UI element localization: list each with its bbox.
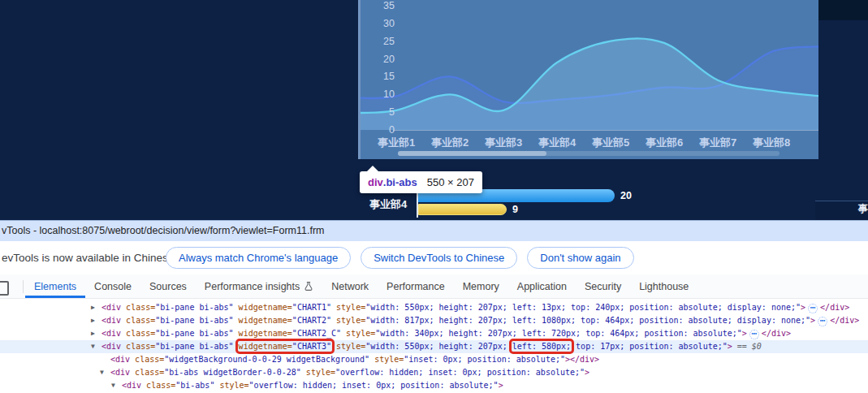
bar-blue-value: 20 bbox=[620, 189, 632, 202]
code-token: class bbox=[146, 381, 171, 390]
expand-arrow-collapsed[interactable]: ▶ bbox=[91, 314, 95, 327]
code-token: top: 17px; position: absolute;" bbox=[571, 342, 728, 351]
x-axis-label: 事业部2 bbox=[423, 136, 477, 150]
infobar-button-always-match-chrome-s-language[interactable]: Always match Chrome's language bbox=[166, 247, 351, 269]
code-token: "overflow: hidden; inset: 0px; position:… bbox=[249, 381, 499, 390]
code-token: widgetname bbox=[239, 303, 287, 312]
bar-yellow-value: 9 bbox=[512, 203, 518, 216]
tab-lighthouse[interactable]: Lighthouse bbox=[630, 274, 697, 298]
code-token: "bi-abs widgetBorder-0-0-28" bbox=[164, 368, 301, 377]
code-token: > bbox=[742, 329, 747, 338]
dom-node[interactable]: <div class="widgetBackground-0-0-29 widg… bbox=[0, 353, 868, 366]
code-token: widgetname bbox=[239, 342, 287, 351]
inline-expand-button[interactable]: ⋯ bbox=[749, 330, 759, 339]
dom-node-selected[interactable]: ▼<div class="bi-pane bi-abs" widgetname=… bbox=[0, 340, 868, 353]
code-token: "overflow: hidden; inset: 0px; position:… bbox=[335, 368, 585, 377]
tab-performance-insights[interactable]: Performance insights bbox=[196, 274, 322, 298]
code-token: class bbox=[126, 316, 150, 325]
devtools-toolbar: ElementsConsoleSourcesPerformance insigh… bbox=[0, 274, 868, 299]
code-token: "CHART2" bbox=[292, 316, 331, 325]
code-token: </div> bbox=[570, 355, 599, 364]
y-tick-label: 5 bbox=[362, 106, 395, 118]
dashboard-page: 35302520151050 事业部1事业部2事业部3事业部4事业部5事业部6事… bbox=[0, 0, 868, 220]
y-tick-label: 20 bbox=[362, 54, 395, 65]
chart-scrollbar-track[interactable] bbox=[398, 151, 779, 156]
code-token: left: 580px; bbox=[512, 342, 571, 351]
code-token: "width: 817px; height: 207px; left: 1080… bbox=[365, 316, 810, 325]
tab-performance[interactable]: Performance bbox=[378, 274, 454, 298]
dom-node[interactable]: ▶<div class="bi-pane bi-abs" widgetname=… bbox=[0, 314, 868, 327]
tab-sources[interactable]: Sources bbox=[140, 274, 196, 298]
tab-label: Performance bbox=[386, 281, 445, 292]
code-token: style bbox=[219, 381, 244, 390]
flask-icon bbox=[304, 281, 313, 292]
code-token: <div bbox=[110, 355, 135, 364]
devtools-title-text: vTools - localhost:8075/webroot/decision… bbox=[2, 225, 325, 236]
y-tick-label: 10 bbox=[362, 89, 395, 100]
code-token: "CHART1" bbox=[292, 303, 331, 312]
tab-application[interactable]: Application bbox=[508, 274, 576, 298]
tab-console[interactable]: Console bbox=[85, 274, 140, 298]
expand-arrow-open[interactable]: ▼ bbox=[111, 379, 115, 392]
infobar-button-don-t-show-again[interactable]: Don't show again bbox=[527, 247, 633, 269]
bar-yellow[interactable] bbox=[418, 204, 507, 215]
y-tick-label: 15 bbox=[362, 71, 395, 82]
screenshot-root: 35302520151050 事业部1事业部2事业部3事业部4事业部5事业部6事… bbox=[0, 0, 868, 393]
expand-arrow-open[interactable]: ▼ bbox=[100, 366, 104, 379]
tab-label: Sources bbox=[149, 281, 187, 292]
tab-label: Memory bbox=[463, 281, 499, 292]
y-tick-label: 30 bbox=[362, 18, 395, 29]
code-token: <div bbox=[122, 381, 146, 390]
code-token: class bbox=[126, 342, 150, 351]
devtools-title-bar: vTools - localhost:8075/webroot/decision… bbox=[0, 220, 868, 241]
dom-node[interactable]: ▼<div class="bi-abs widgetBorder-0-0-28"… bbox=[0, 366, 868, 379]
infobar-buttons: Always match Chrome's languageSwitch Dev… bbox=[166, 247, 634, 269]
line-chart-widget[interactable]: 35302520151050 事业部1事业部2事业部3事业部4事业部5事业部6事… bbox=[358, 0, 818, 159]
tab-network[interactable]: Network bbox=[322, 274, 378, 298]
inspect-dimensions-tooltip: div.bi-abs 550 × 207 bbox=[360, 171, 482, 193]
y-tick-label: 25 bbox=[362, 36, 395, 47]
code-token: </div> bbox=[820, 303, 849, 312]
code-token: "bi-pane bi-abs" bbox=[155, 342, 233, 351]
code-token: widgetname bbox=[239, 329, 287, 338]
inline-expand-button[interactable]: ⋯ bbox=[818, 317, 827, 326]
code-token: "bi-abs" bbox=[175, 381, 214, 390]
toggle-device-toolbar-icon[interactable] bbox=[0, 281, 9, 296]
x-axis-label: 事业部6 bbox=[637, 136, 691, 150]
code-token: > bbox=[585, 368, 589, 377]
code-token: "width: 550px; height: 207px; bbox=[365, 342, 512, 351]
tab-label: Security bbox=[585, 281, 621, 292]
code-token: "widgetBackground-0-0-29 widgetBackgroun… bbox=[164, 355, 369, 364]
code-token: </div> bbox=[830, 316, 859, 325]
tab-elements[interactable]: Elements bbox=[25, 274, 85, 298]
tooltip-element-tag: div bbox=[368, 176, 383, 188]
x-axis-label: 事业部7 bbox=[691, 136, 745, 150]
code-token: class bbox=[126, 303, 150, 312]
code-token: > bbox=[810, 316, 815, 325]
code-token: </div> bbox=[762, 329, 791, 338]
x-axis-label: 事业部4 bbox=[530, 136, 584, 150]
expand-arrow-collapsed[interactable]: ▶ bbox=[91, 301, 95, 314]
tooltip-element-class: .bi-abs bbox=[383, 176, 417, 188]
dom-node[interactable]: ▶<div class="bi-pane bi-abs" widgetname=… bbox=[0, 301, 868, 314]
red-annotation-box: left: 580px; bbox=[512, 342, 571, 351]
elements-dom-tree: ▶<div class="bi-pane bi-abs" widgetname=… bbox=[0, 299, 868, 393]
expand-arrow-collapsed[interactable]: ▶ bbox=[91, 327, 95, 340]
dom-node[interactable]: ▶<div class="bi-pane bi-abs" widgetname=… bbox=[0, 327, 868, 340]
code-token: class bbox=[126, 329, 150, 338]
code-token: "width: 340px; height: 207px; left: 720p… bbox=[375, 329, 742, 338]
adjacent-widget bbox=[818, 0, 868, 20]
next-row-divider bbox=[815, 201, 868, 201]
tab-memory[interactable]: Memory bbox=[454, 274, 508, 298]
tab-label: Application bbox=[517, 281, 567, 292]
code-token: == $0 bbox=[732, 342, 762, 351]
tooltip-dimensions: 550 × 207 bbox=[427, 176, 474, 188]
chart-scrollbar-thumb[interactable] bbox=[398, 151, 546, 156]
infobar-button-switch-devtools-to-chinese[interactable]: Switch DevTools to Chinese bbox=[361, 247, 517, 269]
expand-arrow-open[interactable]: ▼ bbox=[91, 340, 95, 353]
tab-security[interactable]: Security bbox=[576, 274, 630, 298]
code-token: "bi-pane bi-abs" bbox=[155, 303, 233, 312]
code-token: style bbox=[336, 316, 361, 325]
inline-expand-button[interactable]: ⋯ bbox=[808, 304, 818, 313]
dom-node[interactable]: ▼<div class="bi-abs" style="overflow: hi… bbox=[0, 379, 868, 392]
